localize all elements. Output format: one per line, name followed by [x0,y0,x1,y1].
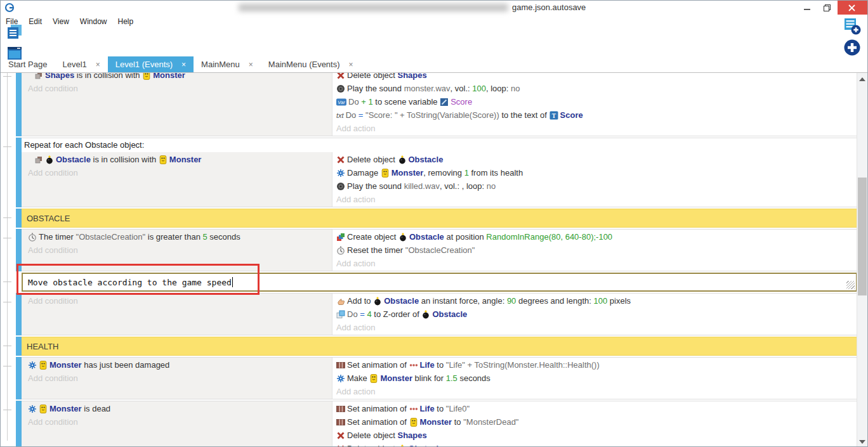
gdevelop-logo-icon [4,3,15,13]
event-selection-bar[interactable] [16,209,22,228]
event-selection-bar[interactable] [16,229,22,271]
action-line[interactable]: Create object Obstacle at position Rando… [336,230,857,243]
tab-close-icon[interactable]: × [249,60,253,69]
add-action-button[interactable]: Add action [336,385,857,398]
tab-close-icon[interactable]: × [96,60,100,69]
add-condition-button[interactable]: Add condition [28,243,332,257]
tab-close-icon[interactable]: × [181,60,186,69]
conditions-cell: Monster is deadAdd condition [22,401,332,447]
scroll-down-arrow-icon[interactable] [857,437,867,447]
tab-bar: Start PageLevel1×Level1 (Events)×MainMen… [1,56,867,72]
group-header-label[interactable]: OBSTACLE [22,214,857,223]
add-condition-button[interactable]: Add condition [28,294,332,308]
action-line[interactable]: Damage Monster, removing 1 from its heal… [336,166,857,179]
restore-button[interactable] [818,1,838,15]
text-segment: Life [420,404,435,413]
action-line[interactable]: Set animation of Monster to "MonsterDead… [336,415,857,429]
condition-line[interactable]: Obstacle is in collision with Monster [28,153,332,166]
condition-line[interactable]: Monster is dead [28,402,332,415]
create-object-icon [336,233,345,242]
tab-close-icon[interactable]: × [349,60,353,69]
event-gutter [1,72,16,136]
action-line[interactable]: Set animation of Life to "Life0" [336,402,857,415]
event-selection-bar[interactable] [16,293,22,335]
action-line[interactable]: Set animation of Life to "Life" + ToStri… [336,358,857,372]
menu-item-help[interactable]: Help [118,17,134,26]
sound-icon [336,84,345,93]
add-condition-button[interactable]: Add condition [28,372,332,385]
action-line[interactable]: txtDo = "Score: " + ToString(Variable(Sc… [336,108,857,122]
text-segment: , vol.: [450,84,473,93]
add-circle-button[interactable] [842,37,864,58]
repeat-event-header[interactable]: Repeat for each Obstacle object: [22,138,857,152]
event-selection-bar[interactable] [16,357,22,399]
event-sheet: Shapes is in collision with MonsterAdd c… [1,72,867,447]
add-action-button[interactable]: Add action [336,257,857,270]
gear-icon [336,169,345,178]
add-condition-button[interactable]: Add condition [28,415,332,429]
menu-item-window[interactable]: Window [80,17,107,26]
action-line[interactable]: Delete object Obstacle [336,153,857,166]
text-object-icon: T [549,111,558,120]
comment-input[interactable]: Move obstacle according to the game spee… [22,273,857,292]
tab-mainmenu[interactable]: MainMenu× [194,56,261,72]
add-condition-button[interactable]: Add condition [28,166,332,179]
condition-line[interactable]: The timer "ObstacleCreation" is greater … [28,230,332,243]
tab-level1[interactable]: Level1× [55,56,107,72]
condition-line[interactable]: Monster has just been damaged [28,358,332,372]
action-line[interactable]: Delete object Shapes [336,72,857,82]
condition-line[interactable]: Shapes is in collision with Monster [28,72,332,82]
text-segment: = [360,309,367,319]
add-action-button[interactable]: Add action [336,193,857,206]
event-selection-bar[interactable] [16,138,22,207]
action-line[interactable]: Reset the timer "ObstacleCreation" [336,243,857,257]
text-segment: Set animation of [347,417,409,427]
action-line[interactable]: Do = 4 to Z-order of Obstacle [336,308,857,321]
svg-text:Var: Var [338,100,345,105]
timer-icon [336,246,345,255]
text-segment: has just been damaged [82,360,170,370]
action-line[interactable]: VarDo + 1 to scene variable Score [336,95,857,108]
text-segment: "Life" + ToString(Monster.Health::Health… [446,360,600,370]
vertical-scrollbar[interactable] [857,73,867,447]
tab-start-page[interactable]: Start Page [1,56,55,72]
minimize-icon [804,4,810,11]
project-manager-button[interactable] [4,21,26,42]
minimize-button[interactable] [798,1,818,15]
action-line[interactable]: Delete object Obstacle [336,442,857,447]
life-icon [409,405,418,413]
event-selection-bar[interactable] [16,337,22,356]
text-segment: Play the sound [347,84,404,93]
restore-icon [824,4,831,11]
resize-grip-icon[interactable] [846,281,855,289]
add-comment-button[interactable] [842,15,864,37]
text-segment: Set animation of [347,360,409,370]
text-segment: , loop: [486,84,511,93]
event-selection-bar[interactable] [16,72,22,136]
text-segment: Monster [49,404,82,413]
add-action-button[interactable]: Add action [336,122,857,135]
add-action-button[interactable]: Add action [336,321,857,334]
window-controls [798,1,867,15]
event-row: Add conditionAdd to Obstacle an instant … [1,293,857,335]
action-line[interactable]: Play the sound monster.wav, vol.: 100, l… [336,82,857,95]
action-line[interactable]: Play the sound killed.wav, vol.: , loop:… [336,179,857,193]
action-line[interactable]: Make Monster blink for 1.5 seconds [336,372,857,385]
event-selection-bar[interactable] [16,273,22,292]
menu-item-view[interactable]: View [53,17,69,26]
text-segment: Obstacle [56,155,91,164]
tab-mainmenu-events-[interactable]: MainMenu (Events)× [261,56,361,72]
text-segment: Obstacle [409,444,444,447]
action-line[interactable]: Add to Obstacle an instant force, angle:… [336,294,857,308]
scrollbar-thumb[interactable] [858,178,867,295]
add-condition-button[interactable]: Add condition [28,82,332,95]
text-segment: 100 [472,84,486,93]
event-selection-bar[interactable] [16,401,22,447]
group-header-label[interactable]: HEALTH [22,342,857,351]
tab-level1-events-[interactable]: Level1 (Events)× [108,56,194,72]
close-button[interactable] [838,1,867,15]
action-line[interactable]: Delete object Shapes [336,429,857,442]
text-segment: degrees and length: [516,296,593,306]
menu-item-edit[interactable]: Edit [29,17,42,26]
scroll-up-arrow-icon[interactable] [857,74,867,84]
